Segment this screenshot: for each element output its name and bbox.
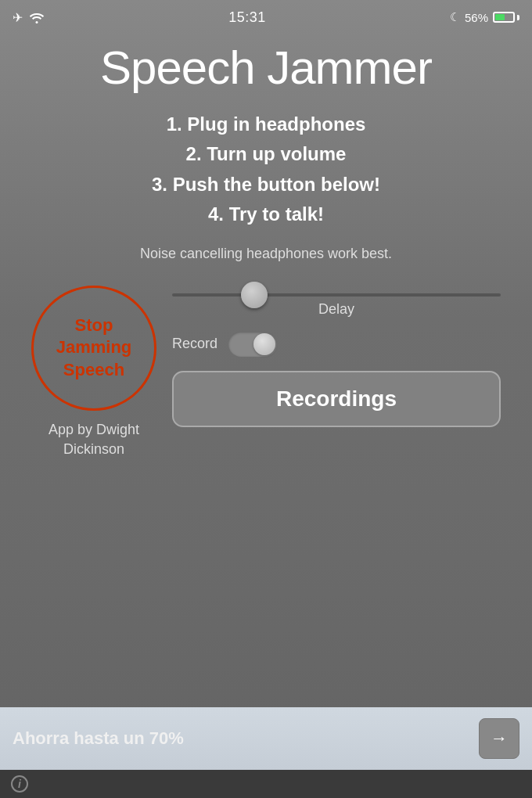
instruction-1: 1. Plug in headphones bbox=[23, 110, 509, 139]
instructions: 1. Plug in headphones 2. Turn up volume … bbox=[23, 110, 509, 230]
delay-slider-track[interactable] bbox=[172, 293, 501, 297]
left-side: StopJammingSpeech App by Dwight Dickinso… bbox=[31, 286, 156, 459]
battery-tip bbox=[517, 15, 519, 20]
airplane-icon: ✈ bbox=[13, 10, 23, 25]
jam-button-text: StopJammingSpeech bbox=[56, 315, 132, 382]
delay-label: Delay bbox=[318, 301, 354, 318]
info-icon[interactable]: i bbox=[11, 775, 28, 793]
ad-arrow-button[interactable]: → bbox=[479, 718, 519, 759]
main-content: Speech Jammer 1. Plug in headphones 2. T… bbox=[0, 34, 532, 707]
toggle-knob bbox=[253, 333, 275, 355]
battery-body bbox=[493, 12, 515, 23]
battery-icon bbox=[493, 12, 519, 23]
delay-slider-container: Delay bbox=[172, 293, 501, 318]
ad-banner: Ahorra hasta un 70% → bbox=[0, 707, 532, 770]
noise-note: Noise cancelling headphones work best. bbox=[140, 246, 392, 262]
screen: ✈ 15:31 ☾ 56% Speech Jammer 1. Plug in bbox=[0, 0, 532, 798]
battery-percent: 56% bbox=[465, 11, 488, 24]
status-bar: ✈ 15:31 ☾ 56% bbox=[0, 0, 532, 34]
bottom-bar: i bbox=[0, 770, 532, 798]
recordings-button[interactable]: Recordings bbox=[172, 371, 501, 427]
status-right: ☾ 56% bbox=[450, 10, 519, 24]
attribution-line1: App by Dwight bbox=[49, 422, 139, 437]
record-toggle[interactable] bbox=[228, 332, 277, 357]
wifi-icon bbox=[29, 11, 45, 23]
right-side: Delay Record Recordings bbox=[172, 286, 501, 427]
controls-area: StopJammingSpeech App by Dwight Dickinso… bbox=[23, 286, 509, 459]
instruction-2: 2. Turn up volume bbox=[23, 139, 509, 169]
status-left: ✈ bbox=[13, 10, 45, 25]
instruction-4: 4. Try to talk! bbox=[23, 200, 509, 229]
ad-text: Ahorra hasta un 70% bbox=[13, 728, 184, 749]
moon-icon: ☾ bbox=[450, 10, 460, 24]
battery-fill bbox=[495, 14, 505, 20]
status-time: 15:31 bbox=[228, 9, 266, 26]
ad-arrow-icon: → bbox=[491, 728, 508, 749]
jam-button[interactable]: StopJammingSpeech bbox=[31, 286, 156, 411]
attribution-line2: Dickinson bbox=[63, 441, 124, 457]
instruction-3: 3. Push the button below! bbox=[23, 170, 509, 200]
app-title: Speech Jammer bbox=[100, 42, 432, 94]
record-row: Record bbox=[172, 332, 277, 357]
attribution: App by Dwight Dickinson bbox=[49, 420, 139, 459]
delay-slider-thumb[interactable] bbox=[241, 282, 268, 308]
record-label: Record bbox=[172, 336, 217, 352]
